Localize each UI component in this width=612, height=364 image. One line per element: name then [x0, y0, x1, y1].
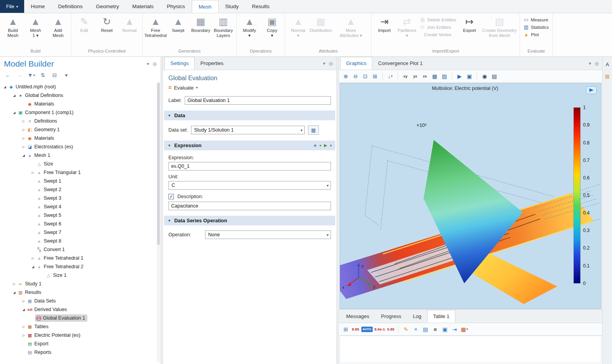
tree-item-size-1[interactable]: △Size 1 — [0, 271, 161, 280]
copy-image-icon[interactable]: ▣ — [465, 72, 473, 80]
collapse-arrow-icon[interactable]: ◢ — [30, 265, 35, 269]
collapse-arrow-icon[interactable]: ◢ — [21, 308, 26, 311]
chevron-down-icon[interactable]: ▾ — [319, 144, 321, 148]
ribbon-tab-mesh[interactable]: Mesh — [192, 0, 219, 13]
tree-item-swept-5[interactable]: ▲Swept 5 — [0, 211, 161, 220]
ribbon-tab-physics[interactable]: Physics — [160, 0, 192, 13]
plot-popout-button[interactable] — [586, 86, 596, 94]
tree-item-swept-7[interactable]: ▲Swept 7 — [0, 228, 161, 237]
collapse-arrow-icon[interactable]: ◢ — [21, 154, 26, 157]
evaluate-button[interactable]: = Evaluate ▾ — [163, 83, 336, 95]
tab-log[interactable]: Log — [407, 310, 427, 323]
collapse-arrow-icon[interactable]: ◢ — [12, 291, 17, 294]
full-precision-icon[interactable]: ⊞ — [342, 325, 350, 333]
panel-menu-icon[interactable]: ▾ — [323, 61, 325, 66]
tree-item-geometry-1[interactable]: ▷◧Geometry 1 — [0, 125, 161, 134]
clear-table-icon[interactable]: × — [412, 325, 419, 333]
tree-item-study-1[interactable]: ▷∞Study 1 — [0, 280, 161, 288]
build-mesh-button[interactable]: ▲Build Mesh — [2, 14, 24, 38]
tree-item-results[interactable]: ◢▥Results — [0, 288, 161, 297]
pin-icon[interactable]: ◎ — [153, 61, 157, 67]
view-yz-icon[interactable]: yz — [411, 72, 419, 80]
import-button[interactable]: ⇥Import — [373, 14, 395, 33]
collapse-arrow-icon[interactable]: ◢ — [2, 85, 7, 89]
copy-button[interactable]: ▣Copy ▾ — [261, 14, 283, 38]
panel-menu-icon[interactable]: ▾ — [147, 61, 149, 67]
default-view-icon[interactable]: ↓▾ — [386, 72, 394, 80]
precision-885-icon[interactable]: 8.85 — [352, 325, 359, 333]
expand-arrow-icon[interactable]: ▷ — [21, 145, 26, 149]
tree-item-global-definitions[interactable]: ◢●Global Definitions — [0, 91, 161, 100]
tree-item-data-sets[interactable]: ▷▦Data Sets — [0, 297, 161, 305]
export-button[interactable]: ↦Export — [458, 14, 480, 33]
tree-item-mesh-1[interactable]: ◢▲Mesh 1 — [0, 151, 161, 160]
tree-item-swept-3[interactable]: ▲Swept 3 — [0, 194, 161, 202]
grid-icon[interactable]: ▦ — [431, 72, 439, 80]
tree-item-untitled-mph-root[interactable]: ◢◆Untitled.mph (root) — [0, 83, 161, 91]
expand-arrow-icon[interactable]: ▷ — [21, 128, 26, 132]
ribbon-tab-home[interactable]: Home — [24, 0, 51, 13]
boundary-button[interactable]: ▦Boundary — [190, 14, 212, 33]
scrollbar-thumb[interactable] — [157, 83, 160, 245]
expand-arrow-icon[interactable]: ▷ — [12, 282, 17, 286]
tab-settings[interactable]: Settings — [164, 57, 195, 70]
go-forward-icon[interactable]: → — [16, 71, 23, 79]
expand-arrow-icon[interactable]: ▷ — [21, 299, 26, 303]
graphics-canvas[interactable]: z x y 10.90.80.70.60.50.40.30.20.10 ×10³… — [340, 83, 601, 309]
add-expression-icon[interactable]: + — [313, 142, 317, 149]
tree-item-swept-6[interactable]: ▲Swept 6 — [0, 220, 161, 228]
boundary-layers-button[interactable]: ▥Boundary Layers — [212, 14, 234, 38]
go-back-icon[interactable]: ← — [4, 71, 12, 79]
expression-input[interactable] — [168, 162, 331, 171]
tree-menu-icon[interactable]: ▾ — [62, 71, 70, 79]
chevron-down-icon[interactable]: ▾ — [330, 144, 332, 148]
expand-arrow-icon[interactable]: ▷ — [30, 171, 35, 174]
plot-button[interactable]: ▲Plot — [524, 32, 548, 37]
tree-item-convert-1[interactable]: ▚Convert 1 — [0, 245, 161, 254]
add-mesh-button[interactable]: ▲Add Mesh — [47, 14, 69, 38]
expand-arrow-icon[interactable]: ▷ — [21, 334, 26, 337]
multislice-plot[interactable]: z x y 10.90.80.70.60.50.40.30.20.10 ×10³… — [340, 83, 601, 309]
swept-button[interactable]: ▲Swept — [167, 14, 189, 33]
mesh-1-button[interactable]: ▲Mesh 1 ▾ — [25, 14, 46, 38]
tree-item-size[interactable]: △Size — [0, 160, 161, 168]
edit-dataset-button[interactable]: ▦ — [308, 125, 319, 135]
swatch-icon[interactable]: ■ — [431, 325, 439, 333]
precision-sci-icon[interactable]: 8.5e-1 — [375, 325, 385, 333]
tree-item-swept-1[interactable]: ▲Swept 1 — [0, 177, 161, 185]
expand-arrow-icon[interactable]: ▷ — [30, 257, 35, 260]
snapshot-icon[interactable]: ◉ — [481, 72, 488, 80]
tree-item-tables[interactable]: ▷▦Tables — [0, 322, 161, 331]
ribbon-tab-definitions[interactable]: Definitions — [51, 0, 89, 13]
tab-table-1[interactable]: Table 1 — [427, 310, 455, 323]
precision-decimal-icon[interactable]: 0.85 — [387, 325, 394, 333]
tree-scrollbar[interactable] — [157, 83, 160, 362]
print-icon[interactable]: ▤ — [490, 72, 498, 80]
expand-arrow-icon[interactable]: ▷ — [21, 137, 26, 140]
table-settings-icon[interactable]: ▦▾ — [460, 325, 468, 333]
tree-item-component-1-comp1[interactable]: ◢▣Component 1 (comp1) — [0, 108, 161, 117]
description-checkbox[interactable]: ✓ — [168, 194, 174, 199]
tree-item-swept-2[interactable]: ▲Swept 2 — [0, 185, 161, 194]
probe-icon[interactable]: ✎ — [402, 325, 410, 333]
tree-item-derived-values[interactable]: ◢8.85Derived Values — [0, 305, 161, 314]
tree-item-electrostatics-es[interactable]: ▷◪Electrostatics (es) — [0, 142, 161, 151]
ribbon-tab-geometry[interactable]: Geometry — [89, 0, 126, 13]
ribbon-tab-results[interactable]: Results — [245, 0, 276, 13]
tree-item-swept-4[interactable]: ▲Swept 4 — [0, 202, 161, 211]
free-tetrahedral-button[interactable]: ▲Free Tetrahedral — [145, 14, 166, 38]
tree-item-free-tetrahedral-2[interactable]: ◢▲Free Tetrahedral 2 — [0, 262, 161, 271]
zoom-box-icon[interactable]: ⊞ — [371, 72, 379, 80]
label-input[interactable] — [185, 96, 331, 105]
zoom-in-icon[interactable]: ⊕ — [342, 72, 350, 80]
tab-graphics[interactable]: Graphics — [340, 57, 372, 70]
tree-item-reports[interactable]: ▤Reports — [0, 348, 161, 357]
statistics-button[interactable]: ▥Statistics — [524, 24, 548, 30]
tree-item-export[interactable]: ▤Export — [0, 339, 161, 348]
modify-button[interactable]: ▲Modify ▾ — [239, 14, 260, 38]
scene-light-icon[interactable]: ▶ — [456, 72, 463, 80]
description-input[interactable] — [168, 202, 331, 210]
tree-item-materials[interactable]: ▷◉Materials — [0, 134, 161, 142]
section-header-data[interactable]: ▼ Data — [164, 111, 335, 120]
pin-icon[interactable]: ◎ — [329, 61, 333, 66]
